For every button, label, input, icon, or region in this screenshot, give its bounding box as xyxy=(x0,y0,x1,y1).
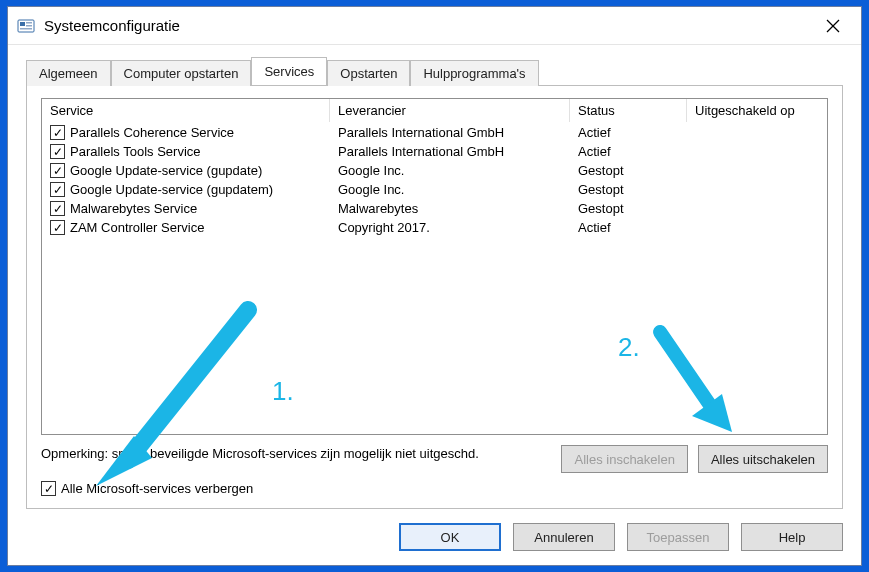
ok-button[interactable]: OK xyxy=(399,523,501,551)
panel-button-row: Alles inschakelen Alles uitschakelen xyxy=(561,445,828,473)
column-header-status[interactable]: Status xyxy=(570,99,687,122)
service-vendor: Copyright 2017. xyxy=(330,219,570,236)
svg-rect-2 xyxy=(26,22,32,24)
service-disabled-on xyxy=(687,200,827,217)
service-vendor: Malwarebytes xyxy=(330,200,570,217)
tab-label: Computer opstarten xyxy=(124,66,239,81)
dialog-window: Systeemconfiguratie Algemeen Computer op… xyxy=(7,6,862,566)
services-panel: Service Leverancier Status Uitgeschakeld… xyxy=(26,85,843,509)
service-vendor: Google Inc. xyxy=(330,162,570,179)
service-checkbox[interactable] xyxy=(50,182,65,197)
column-header-uitgeschakeld[interactable]: Uitgeschakeld op xyxy=(687,99,827,122)
note-fragment: mige beveiligde Microsoft-services zijn … xyxy=(118,446,468,461)
service-status: Gestopt xyxy=(570,200,687,217)
tab-label: Hulpprogramma's xyxy=(423,66,525,81)
tab-opstarten[interactable]: Opstarten xyxy=(327,60,410,86)
table-row[interactable]: ZAM Controller ServiceCopyright 2017.Act… xyxy=(42,218,827,237)
close-button[interactable] xyxy=(813,11,853,41)
note-fragment: Opmerking: s xyxy=(41,446,118,461)
list-header: Service Leverancier Status Uitgeschakeld… xyxy=(42,99,827,123)
service-checkbox[interactable] xyxy=(50,201,65,216)
column-header-service[interactable]: Service xyxy=(42,99,330,122)
hide-ms-row: Alle Microsoft-services verbergen xyxy=(41,481,828,496)
client-area: Algemeen Computer opstarten Services Ops… xyxy=(8,45,861,523)
service-name: Parallels Coherence Service xyxy=(70,125,234,140)
help-button[interactable]: Help xyxy=(741,523,843,551)
hide-ms-label: Alle Microsoft-services verbergen xyxy=(61,481,253,496)
tab-label: Services xyxy=(264,64,314,79)
service-vendor: Google Inc. xyxy=(330,181,570,198)
service-vendor: Parallels International GmbH xyxy=(330,143,570,160)
service-vendor: Parallels International GmbH xyxy=(330,124,570,141)
service-name: Parallels Tools Service xyxy=(70,144,201,159)
hide-ms-checkbox[interactable] xyxy=(41,481,56,496)
table-row[interactable]: Parallels Tools ServiceParallels Interna… xyxy=(42,142,827,161)
service-status: Actief xyxy=(570,143,687,160)
tab-strip: Algemeen Computer opstarten Services Ops… xyxy=(26,57,843,85)
service-checkbox[interactable] xyxy=(50,220,65,235)
note-text: Opmerking: smige beveiligde Microsoft-se… xyxy=(41,445,481,463)
service-status: Gestopt xyxy=(570,181,687,198)
tab-services[interactable]: Services xyxy=(251,57,327,85)
tab-algemeen[interactable]: Algemeen xyxy=(26,60,111,86)
titlebar: Systeemconfiguratie xyxy=(8,7,861,45)
service-status: Actief xyxy=(570,219,687,236)
service-status: Gestopt xyxy=(570,162,687,179)
service-checkbox[interactable] xyxy=(50,144,65,159)
svg-rect-4 xyxy=(20,28,32,30)
dialog-button-row: OK Annuleren Toepassen Help xyxy=(8,523,861,565)
tab-label: Algemeen xyxy=(39,66,98,81)
enable-all-button[interactable]: Alles inschakelen xyxy=(561,445,687,473)
service-checkbox[interactable] xyxy=(50,163,65,178)
app-icon xyxy=(16,16,36,36)
services-listbox[interactable]: Service Leverancier Status Uitgeschakeld… xyxy=(41,98,828,435)
service-status: Actief xyxy=(570,124,687,141)
table-row[interactable]: Google Update-service (gupdate)Google In… xyxy=(42,161,827,180)
service-disabled-on xyxy=(687,143,827,160)
column-header-leverancier[interactable]: Leverancier xyxy=(330,99,570,122)
disable-all-button[interactable]: Alles uitschakelen xyxy=(698,445,828,473)
apply-button[interactable]: Toepassen xyxy=(627,523,729,551)
service-disabled-on xyxy=(687,124,827,141)
svg-rect-1 xyxy=(20,22,25,26)
service-disabled-on xyxy=(687,181,827,198)
cancel-button[interactable]: Annuleren xyxy=(513,523,615,551)
panel-bottom: Opmerking: smige beveiligde Microsoft-se… xyxy=(41,445,828,473)
service-checkbox[interactable] xyxy=(50,125,65,140)
service-name: Google Update-service (gupdate) xyxy=(70,163,262,178)
service-disabled-on xyxy=(687,162,827,179)
tab-label: Opstarten xyxy=(340,66,397,81)
service-name: Malwarebytes Service xyxy=(70,201,197,216)
window-title: Systeemconfiguratie xyxy=(44,17,813,34)
service-disabled-on xyxy=(687,219,827,236)
svg-rect-3 xyxy=(26,25,32,27)
tab-computer-opstarten[interactable]: Computer opstarten xyxy=(111,60,252,86)
tab-hulpprogrammas[interactable]: Hulpprogramma's xyxy=(410,60,538,86)
service-name: ZAM Controller Service xyxy=(70,220,204,235)
table-row[interactable]: Google Update-service (gupdatem)Google I… xyxy=(42,180,827,199)
service-name: Google Update-service (gupdatem) xyxy=(70,182,273,197)
note-fragment: d. xyxy=(468,446,479,461)
table-row[interactable]: Malwarebytes ServiceMalwarebytesGestopt xyxy=(42,199,827,218)
table-row[interactable]: Parallels Coherence ServiceParallels Int… xyxy=(42,123,827,142)
